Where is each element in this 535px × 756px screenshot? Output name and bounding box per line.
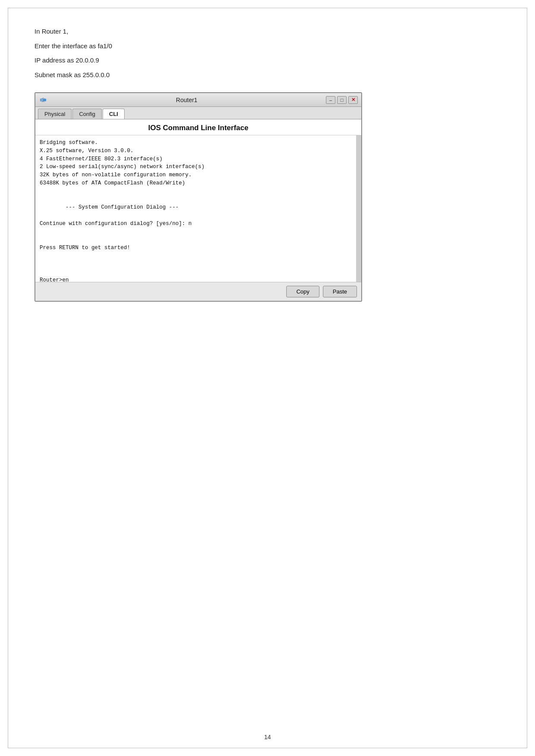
page-border — [8, 8, 527, 748]
page-number: 14 — [0, 734, 535, 740]
